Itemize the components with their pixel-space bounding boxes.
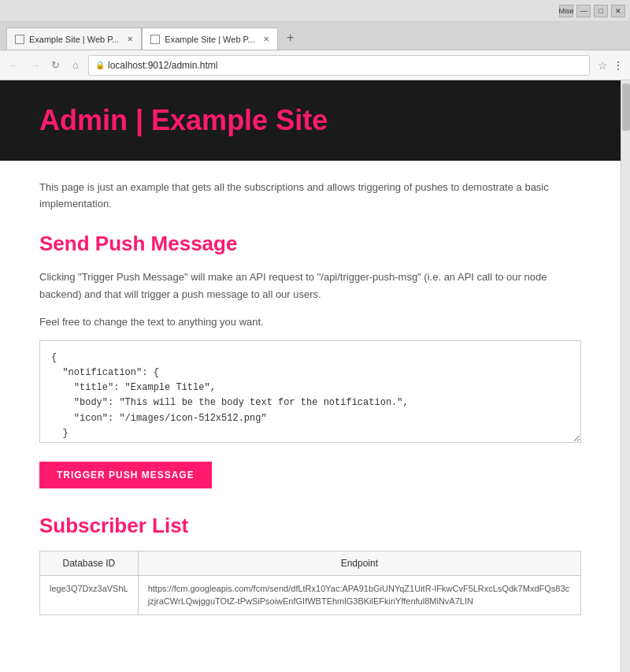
send-push-body1: Clicking "Trigger Push Message" will mak… (39, 269, 581, 303)
url-text: localhost:9012/admin.html (108, 60, 217, 71)
tab-1-close[interactable]: ✕ (127, 35, 133, 43)
scrollbar-thumb[interactable] (622, 84, 630, 131)
page-scrollable[interactable]: Admin | Example Site This page is just a… (0, 80, 621, 672)
bookmark-button[interactable]: ☆ (598, 59, 608, 72)
feel-free-text: Feel free to change the text to anything… (39, 316, 581, 328)
site-title: Admin | Example Site (39, 104, 581, 137)
close-button[interactable]: ✕ (611, 5, 625, 17)
intro-description: This page is just an example that gets a… (39, 180, 581, 213)
subscriber-table: Database ID Endpoint lege3Q7Dxz3aVShLhtt… (39, 551, 581, 615)
tab-1-icon (15, 35, 24, 44)
send-push-heading: Send Push Message (39, 232, 581, 256)
browser-window: Mise — □ ✕ Example Site | Web P... ✕ Exa… (0, 0, 630, 672)
endpoint-cell: https://fcm.googleapis.com/fcm/send/dfLt… (138, 575, 580, 614)
refresh-button[interactable]: ↻ (47, 58, 63, 73)
title-bar: Mise — □ ✕ (0, 0, 630, 22)
title-bar-controls: Mise — □ ✕ (559, 5, 625, 17)
tab-bar: Example Site | Web P... ✕ Example Site |… (0, 22, 630, 50)
back-button[interactable]: ← (6, 58, 22, 73)
push-message-editor[interactable] (39, 340, 581, 443)
db-id-cell: lege3Q7Dxz3aVShL (40, 575, 139, 614)
tab-2-icon (150, 35, 160, 44)
tab-2-close[interactable]: ✕ (263, 35, 269, 43)
subscriber-list-heading: Subscriber List (39, 514, 581, 538)
forward-button[interactable]: → (27, 58, 43, 73)
trigger-push-button[interactable]: TRIGGER PUSH MESSAGE (39, 462, 212, 488)
col-header-endpoint: Endpoint (138, 551, 580, 575)
table-header-row: Database ID Endpoint (40, 551, 581, 575)
lock-icon: 🔒 (95, 61, 105, 69)
address-bar: ← → ↻ ⌂ 🔒 localhost:9012/admin.html ☆ ⋮ (0, 50, 630, 80)
home-button[interactable]: ⌂ (68, 58, 83, 73)
browser-menu-button[interactable]: ⋮ (613, 59, 624, 72)
tab-2-label: Example Site | Web P... (165, 35, 254, 44)
maximize-button[interactable]: □ (594, 5, 608, 17)
misc-button[interactable]: Mise (559, 5, 573, 17)
table-row: lege3Q7Dxz3aVShLhttps://fcm.googleapis.c… (40, 575, 581, 614)
tab-1[interactable]: Example Site | Web P... ✕ (6, 28, 142, 50)
tab-1-label: Example Site | Web P... (29, 35, 119, 44)
main-area: This page is just an example that gets a… (0, 161, 621, 639)
site-header: Admin | Example Site (0, 80, 621, 161)
new-tab-button[interactable]: + (281, 28, 300, 47)
scrollbar-track[interactable] (621, 80, 630, 672)
col-header-db-id: Database ID (40, 551, 139, 575)
page-content: Admin | Example Site This page is just a… (0, 80, 621, 639)
minimize-button[interactable]: — (576, 5, 591, 17)
tab-2[interactable]: Example Site | Web P... ✕ (142, 28, 277, 50)
content-area: Admin | Example Site This page is just a… (0, 80, 630, 672)
url-bar[interactable]: 🔒 localhost:9012/admin.html (88, 55, 590, 76)
